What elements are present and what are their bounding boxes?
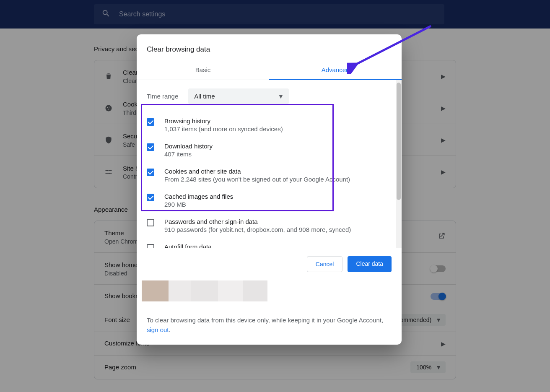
clear-data-button[interactable]: Clear data bbox=[348, 256, 392, 272]
caret-down-icon: ▼ bbox=[278, 93, 284, 100]
sign-out-link[interactable]: sign out bbox=[147, 326, 169, 333]
check-title: Passwords and other sign-in data bbox=[164, 218, 351, 225]
clear-browsing-data-dialog: Clear browsing data Basic Advanced Time … bbox=[137, 34, 402, 345]
check-row-0: Browsing history1,037 items (and more on… bbox=[147, 112, 392, 138]
dialog-title: Clear browsing data bbox=[137, 34, 402, 60]
account-tile bbox=[243, 280, 267, 301]
check-sub: 910 passwords (for yobit.net, dropbox.co… bbox=[164, 226, 351, 233]
footer-suffix: . bbox=[169, 326, 171, 333]
check-row-5: Autofill form data bbox=[147, 238, 392, 248]
checkbox-0[interactable] bbox=[147, 118, 154, 126]
check-title: Cookies and other site data bbox=[164, 168, 350, 175]
account-tile bbox=[169, 280, 191, 301]
tab-advanced[interactable]: Advanced bbox=[269, 60, 402, 80]
dialog-buttons: Cancel Clear data bbox=[137, 248, 402, 280]
check-sub: 290 MB bbox=[164, 201, 233, 208]
check-sub: 1,037 items (and more on synced devices) bbox=[164, 125, 283, 132]
footer-text: To clear browsing data from this device … bbox=[147, 317, 383, 324]
account-strip bbox=[137, 280, 402, 307]
account-tile bbox=[218, 280, 243, 301]
check-sub: From 2,248 sites (you won't be signed ou… bbox=[164, 176, 350, 183]
checkbox-5[interactable] bbox=[147, 244, 154, 248]
check-row-4: Passwords and other sign-in data910 pass… bbox=[147, 213, 392, 238]
check-title: Cached images and files bbox=[164, 193, 233, 200]
check-title: Autofill form data bbox=[164, 243, 212, 248]
dialog-tabs: Basic Advanced bbox=[137, 60, 402, 80]
tab-basic[interactable]: Basic bbox=[137, 60, 269, 80]
check-sub: 407 items bbox=[164, 151, 213, 158]
checkbox-2[interactable] bbox=[147, 169, 154, 176]
checkbox-4[interactable] bbox=[147, 219, 154, 226]
scrollbar-thumb[interactable] bbox=[397, 83, 401, 200]
account-tile bbox=[142, 280, 169, 301]
dialog-body: Time range All time ▼ Browsing history1,… bbox=[137, 80, 402, 248]
check-row-3: Cached images and files290 MB bbox=[147, 188, 392, 213]
checkbox-3[interactable] bbox=[147, 194, 154, 201]
time-range-value: All time bbox=[194, 93, 215, 100]
dialog-footer-message: To clear browsing data from this device … bbox=[137, 307, 402, 345]
checkbox-1[interactable] bbox=[147, 143, 154, 151]
check-title: Browsing history bbox=[164, 117, 283, 125]
check-title: Download history bbox=[164, 143, 213, 150]
time-range-row: Time range All time ▼ bbox=[147, 80, 392, 112]
cancel-button[interactable]: Cancel bbox=[307, 256, 343, 272]
account-tile bbox=[191, 280, 218, 301]
time-range-select[interactable]: All time ▼ bbox=[188, 88, 289, 104]
check-row-2: Cookies and other site dataFrom 2,248 si… bbox=[147, 163, 392, 188]
check-row-1: Download history407 items bbox=[147, 138, 392, 163]
time-range-label: Time range bbox=[147, 93, 178, 100]
